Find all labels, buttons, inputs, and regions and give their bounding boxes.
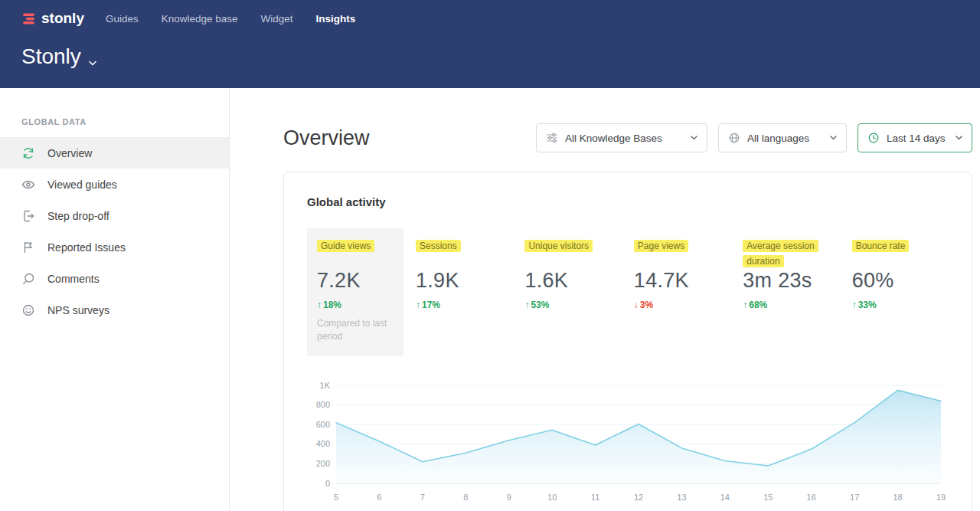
- filters-row: All Knowledge Bases All languages: [536, 123, 972, 152]
- flag-icon: [21, 241, 35, 254]
- stonly-logo[interactable]: stonly: [21, 10, 84, 27]
- metric-label: Page views: [634, 240, 688, 252]
- date-range-dropdown-value: Last 14 days: [887, 133, 949, 144]
- main-content: Overview All Knowledge Bases: [230, 88, 980, 511]
- sidebar-item-reported-issues[interactable]: Reported Issues: [0, 231, 229, 263]
- metric-change: ↑33%: [852, 300, 949, 310]
- svg-text:10: 10: [547, 493, 557, 502]
- eye-icon: [21, 178, 35, 192]
- svg-text:7: 7: [420, 493, 425, 502]
- metric-value: 60%: [852, 269, 949, 293]
- metric-change: ↑53%: [524, 300, 621, 310]
- svg-text:5: 5: [334, 493, 338, 502]
- sidebar-item-label: Comments: [47, 273, 100, 285]
- page-title: Overview: [283, 126, 370, 150]
- activity-chart: 02004006008001K5678910111213141516171819: [307, 378, 949, 506]
- svg-text:8: 8: [463, 493, 468, 502]
- svg-text:17: 17: [850, 493, 859, 502]
- metric-average-session-duration[interactable]: Average session duration 3m 23s ↑68%: [743, 228, 839, 310]
- trend-arrow-icon: ↑: [743, 300, 747, 310]
- top-navigation: Guides Knowledge base Widget Insights: [106, 13, 355, 25]
- svg-text:15: 15: [763, 493, 773, 502]
- workspace-title: Stonly: [21, 44, 81, 69]
- sidebar-item-viewed-guides[interactable]: Viewed guides: [0, 169, 229, 200]
- svg-text:18: 18: [893, 493, 902, 502]
- trend-arrow-icon: ↑: [317, 300, 322, 310]
- chevron-down-icon: [691, 136, 697, 140]
- metrics-row: Guide views 7.2K ↑18% Compared to last p…: [307, 228, 949, 356]
- workspace-switcher[interactable]: Stonly: [21, 42, 959, 71]
- metric-label: Guide views: [317, 240, 374, 252]
- svg-text:6: 6: [377, 493, 381, 502]
- svg-text:0: 0: [325, 478, 330, 487]
- stonly-logo-icon: [21, 11, 36, 26]
- metric-change: ↑68%: [743, 300, 839, 310]
- languages-dropdown-value: All languages: [747, 133, 823, 144]
- svg-text:9: 9: [507, 493, 511, 502]
- sidebar-item-label: Step drop-off: [47, 210, 109, 222]
- metric-unique-visitors[interactable]: Unique visitors 1.6K ↑53%: [524, 228, 621, 310]
- metric-label: Sessions: [416, 240, 461, 252]
- globe-icon: [728, 132, 740, 144]
- sidebar-item-overview[interactable]: Overview: [0, 137, 229, 169]
- sliders-icon: [546, 132, 558, 144]
- sidebar-item-label: NPS surveys: [47, 304, 109, 316]
- metric-value: 1.6K: [524, 269, 621, 293]
- chevron-down-icon: [956, 136, 962, 140]
- metric-label: Average session duration: [743, 240, 818, 267]
- top-bar: stonly Guides Knowledge base Widget Insi…: [0, 0, 980, 88]
- knowledge-bases-dropdown-value: All Knowledge Bases: [565, 133, 684, 144]
- svg-text:1K: 1K: [320, 380, 331, 389]
- languages-dropdown[interactable]: All languages: [718, 123, 847, 152]
- nav-item-insights[interactable]: Insights: [316, 13, 356, 25]
- date-range-dropdown[interactable]: Last 14 days: [858, 123, 972, 152]
- metric-value: 14.7K: [634, 269, 730, 293]
- exit-page-icon: [21, 209, 35, 223]
- metric-change: ↑18%: [317, 300, 394, 310]
- stonly-logo-text: stonly: [41, 10, 84, 27]
- sync-icon: [21, 146, 35, 160]
- trend-arrow-icon: ↑: [416, 300, 420, 310]
- sidebar-item-nps-surveys[interactable]: NPS surveys: [0, 294, 229, 326]
- svg-text:19: 19: [936, 493, 946, 502]
- chevron-down-icon: [830, 136, 837, 140]
- sidebar-item-comments[interactable]: Comments: [0, 263, 229, 294]
- svg-text:12: 12: [634, 493, 643, 502]
- metric-value: 3m 23s: [743, 269, 839, 293]
- svg-text:13: 13: [677, 493, 686, 502]
- svg-text:200: 200: [316, 459, 330, 468]
- metric-compare-note: Compared to last period: [317, 317, 394, 344]
- svg-text:16: 16: [807, 493, 816, 502]
- sidebar-item-label: Viewed guides: [47, 179, 117, 191]
- clock-icon: [867, 132, 880, 144]
- chevron-down-icon: [89, 47, 96, 71]
- nav-item-guides[interactable]: Guides: [106, 13, 139, 25]
- smiley-icon: [21, 303, 35, 317]
- metric-label: Unique visitors: [524, 240, 593, 252]
- trend-arrow-icon: ↓: [634, 300, 639, 310]
- metric-change: ↓3%: [634, 300, 730, 310]
- svg-text:11: 11: [591, 493, 599, 502]
- sidebar-item-label: Reported Issues: [47, 241, 126, 254]
- metric-bounce-rate[interactable]: Bounce rate 60% ↑33%: [852, 228, 949, 310]
- sidebar-item-label: Overview: [47, 147, 92, 159]
- nav-item-knowledge-base[interactable]: Knowledge base: [162, 13, 238, 25]
- knowledge-bases-dropdown[interactable]: All Knowledge Bases: [536, 123, 707, 152]
- svg-text:800: 800: [316, 400, 330, 409]
- svg-text:600: 600: [316, 419, 330, 428]
- comments-icon: [21, 272, 35, 286]
- metric-guide-views[interactable]: Guide views 7.2K ↑18% Compared to last p…: [307, 228, 403, 356]
- sidebar-section-title: GLOBAL DATA: [0, 117, 229, 126]
- metric-page-views[interactable]: Page views 14.7K ↓3%: [634, 228, 730, 310]
- metric-change: ↑17%: [416, 300, 512, 310]
- nav-item-widget[interactable]: Widget: [261, 13, 293, 25]
- metric-label: Bounce rate: [852, 240, 910, 252]
- trend-arrow-icon: ↑: [852, 300, 857, 310]
- metric-value: 7.2K: [317, 269, 394, 293]
- metric-sessions[interactable]: Sessions 1.9K ↑17%: [416, 228, 512, 310]
- sidebar-item-step-drop-off[interactable]: Step drop-off: [0, 200, 229, 231]
- svg-text:14: 14: [720, 493, 730, 502]
- svg-text:400: 400: [316, 439, 330, 448]
- sidebar: GLOBAL DATA Overview Viewed guides: [0, 88, 230, 511]
- area-chart-svg: 02004006008001K5678910111213141516171819: [307, 378, 949, 506]
